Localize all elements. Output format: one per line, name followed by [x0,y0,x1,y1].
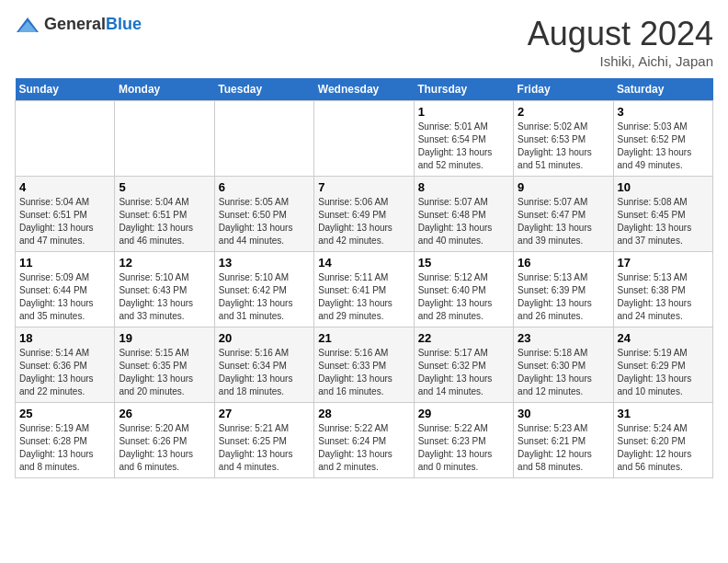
day-number: 22 [418,331,509,345]
day-info: Sunrise: 5:01 AM Sunset: 6:54 PM Dayligh… [418,121,509,172]
calendar-week-2: 4Sunrise: 5:04 AM Sunset: 6:51 PM Daylig… [16,177,713,252]
logo-icon [15,16,40,34]
calendar-cell: 11Sunrise: 5:09 AM Sunset: 6:44 PM Dayli… [16,252,115,327]
calendar-cell: 24Sunrise: 5:19 AM Sunset: 6:29 PM Dayli… [613,327,712,403]
weekday-header-thursday: Thursday [414,78,513,101]
day-info: Sunrise: 5:06 AM Sunset: 6:49 PM Dayligh… [318,196,409,247]
calendar-cell: 2Sunrise: 5:02 AM Sunset: 6:53 PM Daylig… [514,101,613,177]
calendar-cell: 26Sunrise: 5:20 AM Sunset: 6:26 PM Dayli… [115,403,214,478]
calendar-cell: 15Sunrise: 5:12 AM Sunset: 6:40 PM Dayli… [414,252,513,327]
day-number: 27 [219,407,310,420]
day-info: Sunrise: 5:24 AM Sunset: 6:20 PM Dayligh… [618,422,709,474]
calendar-cell: 22Sunrise: 5:17 AM Sunset: 6:32 PM Dayli… [414,327,513,403]
day-info: Sunrise: 5:07 AM Sunset: 6:47 PM Dayligh… [518,196,609,247]
weekday-row: SundayMondayTuesdayWednesdayThursdayFrid… [16,78,713,101]
day-number: 30 [518,407,609,420]
calendar-cell: 28Sunrise: 5:22 AM Sunset: 6:24 PM Dayli… [314,403,414,478]
calendar-cell: 25Sunrise: 5:19 AM Sunset: 6:28 PM Dayli… [16,403,115,478]
day-info: Sunrise: 5:16 AM Sunset: 6:34 PM Dayligh… [219,347,310,398]
day-number: 14 [318,256,409,270]
day-number: 7 [318,180,409,194]
day-info: Sunrise: 5:15 AM Sunset: 6:35 PM Dayligh… [119,347,210,398]
calendar-cell: 6Sunrise: 5:05 AM Sunset: 6:50 PM Daylig… [214,177,313,252]
calendar-cell: 17Sunrise: 5:13 AM Sunset: 6:38 PM Dayli… [613,252,712,327]
day-info: Sunrise: 5:02 AM Sunset: 6:53 PM Dayligh… [518,121,609,172]
location-title: Ishiki, Aichi, Japan [528,53,713,69]
day-number: 28 [318,407,409,420]
day-number: 8 [418,180,509,194]
day-info: Sunrise: 5:21 AM Sunset: 6:25 PM Dayligh… [219,422,310,474]
day-info: Sunrise: 5:03 AM Sunset: 6:52 PM Dayligh… [618,121,709,172]
calendar-cell: 18Sunrise: 5:14 AM Sunset: 6:36 PM Dayli… [16,327,115,403]
weekday-header-sunday: Sunday [16,78,115,101]
calendar-cell [214,101,313,177]
day-number: 13 [219,256,310,270]
day-number: 6 [219,180,310,194]
day-info: Sunrise: 5:05 AM Sunset: 6:50 PM Dayligh… [219,196,310,247]
calendar-cell: 13Sunrise: 5:10 AM Sunset: 6:42 PM Dayli… [214,252,313,327]
calendar-table: SundayMondayTuesdayWednesdayThursdayFrid… [15,78,713,478]
day-info: Sunrise: 5:10 AM Sunset: 6:42 PM Dayligh… [219,271,310,323]
day-number: 16 [518,256,609,270]
calendar-cell: 27Sunrise: 5:21 AM Sunset: 6:25 PM Dayli… [214,403,313,478]
day-number: 29 [418,407,509,420]
logo-blue-text: Blue [106,15,142,33]
day-number: 17 [618,256,709,270]
calendar-week-1: 1Sunrise: 5:01 AM Sunset: 6:54 PM Daylig… [16,101,713,177]
day-info: Sunrise: 5:17 AM Sunset: 6:32 PM Dayligh… [418,347,509,398]
calendar-cell: 31Sunrise: 5:24 AM Sunset: 6:20 PM Dayli… [613,403,712,478]
day-number: 25 [19,407,110,420]
weekday-header-monday: Monday [115,78,214,101]
weekday-header-saturday: Saturday [613,78,712,101]
calendar-cell: 16Sunrise: 5:13 AM Sunset: 6:39 PM Dayli… [514,252,613,327]
day-info: Sunrise: 5:13 AM Sunset: 6:39 PM Dayligh… [518,271,609,323]
day-info: Sunrise: 5:13 AM Sunset: 6:38 PM Dayligh… [618,271,709,323]
day-number: 23 [518,331,609,345]
calendar-cell: 1Sunrise: 5:01 AM Sunset: 6:54 PM Daylig… [414,101,513,177]
calendar-header: SundayMondayTuesdayWednesdayThursdayFrid… [16,78,713,101]
day-number: 12 [119,256,210,270]
calendar-cell: 3Sunrise: 5:03 AM Sunset: 6:52 PM Daylig… [613,101,712,177]
calendar-cell: 12Sunrise: 5:10 AM Sunset: 6:43 PM Dayli… [115,252,214,327]
day-info: Sunrise: 5:19 AM Sunset: 6:29 PM Dayligh… [618,347,709,398]
day-number: 4 [19,180,110,194]
calendar-week-4: 18Sunrise: 5:14 AM Sunset: 6:36 PM Dayli… [16,327,713,403]
day-number: 10 [618,180,709,194]
day-number: 18 [19,331,110,345]
logo: GeneralBlue [15,15,142,34]
day-info: Sunrise: 5:20 AM Sunset: 6:26 PM Dayligh… [119,422,210,474]
calendar-cell: 30Sunrise: 5:23 AM Sunset: 6:21 PM Dayli… [514,403,613,478]
weekday-header-friday: Friday [514,78,613,101]
calendar-week-3: 11Sunrise: 5:09 AM Sunset: 6:44 PM Dayli… [16,252,713,327]
calendar-cell: 4Sunrise: 5:04 AM Sunset: 6:51 PM Daylig… [16,177,115,252]
page-header: GeneralBlue August 2024 Ishiki, Aichi, J… [15,15,713,69]
day-number: 24 [618,331,709,345]
calendar-cell [16,101,115,177]
calendar-cell [314,101,414,177]
day-number: 19 [119,331,210,345]
calendar-cell: 9Sunrise: 5:07 AM Sunset: 6:47 PM Daylig… [514,177,613,252]
calendar-cell: 20Sunrise: 5:16 AM Sunset: 6:34 PM Dayli… [214,327,313,403]
calendar-cell: 23Sunrise: 5:18 AM Sunset: 6:30 PM Dayli… [514,327,613,403]
calendar-cell: 8Sunrise: 5:07 AM Sunset: 6:48 PM Daylig… [414,177,513,252]
logo-general-text: General [44,15,106,33]
day-number: 15 [418,256,509,270]
calendar-cell [115,101,214,177]
calendar-cell: 5Sunrise: 5:04 AM Sunset: 6:51 PM Daylig… [115,177,214,252]
day-info: Sunrise: 5:04 AM Sunset: 6:51 PM Dayligh… [19,196,110,247]
day-info: Sunrise: 5:19 AM Sunset: 6:28 PM Dayligh… [19,422,110,474]
day-info: Sunrise: 5:23 AM Sunset: 6:21 PM Dayligh… [518,422,609,474]
day-info: Sunrise: 5:08 AM Sunset: 6:45 PM Dayligh… [618,196,709,247]
day-number: 9 [518,180,609,194]
calendar-body: 1Sunrise: 5:01 AM Sunset: 6:54 PM Daylig… [16,101,713,478]
day-info: Sunrise: 5:22 AM Sunset: 6:24 PM Dayligh… [318,422,409,474]
day-number: 5 [119,180,210,194]
day-info: Sunrise: 5:22 AM Sunset: 6:23 PM Dayligh… [418,422,509,474]
day-info: Sunrise: 5:10 AM Sunset: 6:43 PM Dayligh… [119,271,210,323]
day-info: Sunrise: 5:12 AM Sunset: 6:40 PM Dayligh… [418,271,509,323]
day-info: Sunrise: 5:18 AM Sunset: 6:30 PM Dayligh… [518,347,609,398]
day-info: Sunrise: 5:16 AM Sunset: 6:33 PM Dayligh… [318,347,409,398]
title-block: August 2024 Ishiki, Aichi, Japan [528,15,713,69]
day-info: Sunrise: 5:09 AM Sunset: 6:44 PM Dayligh… [19,271,110,323]
day-number: 3 [618,105,709,119]
